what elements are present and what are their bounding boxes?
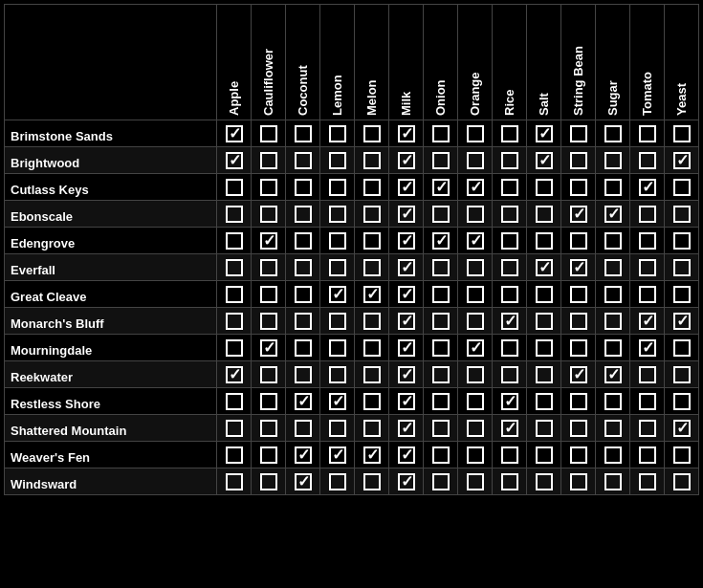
unchecked-checkbox[interactable] — [639, 393, 656, 410]
unchecked-checkbox[interactable] — [673, 393, 691, 410]
checked-checkbox[interactable] — [260, 232, 277, 250]
checked-checkbox[interactable] — [226, 366, 243, 383]
unchecked-checkbox[interactable] — [673, 366, 691, 383]
unchecked-checkbox[interactable] — [604, 259, 622, 276]
checked-checkbox[interactable] — [398, 125, 415, 142]
unchecked-checkbox[interactable] — [260, 313, 277, 330]
checked-checkbox[interactable] — [501, 420, 518, 437]
checked-checkbox[interactable] — [467, 339, 484, 357]
unchecked-checkbox[interactable] — [432, 259, 450, 276]
unchecked-checkbox[interactable] — [226, 286, 243, 303]
unchecked-checkbox[interactable] — [604, 339, 622, 357]
checked-checkbox[interactable] — [536, 152, 553, 169]
checked-checkbox[interactable] — [673, 152, 691, 169]
unchecked-checkbox[interactable] — [673, 179, 691, 196]
unchecked-checkbox[interactable] — [226, 446, 243, 464]
unchecked-checkbox[interactable] — [536, 339, 553, 357]
unchecked-checkbox[interactable] — [295, 206, 312, 223]
unchecked-checkbox[interactable] — [639, 152, 656, 169]
unchecked-checkbox[interactable] — [260, 420, 277, 437]
unchecked-checkbox[interactable] — [501, 259, 518, 276]
checked-checkbox[interactable] — [570, 259, 587, 276]
unchecked-checkbox[interactable] — [363, 313, 381, 330]
checked-checkbox[interactable] — [363, 286, 381, 303]
unchecked-checkbox[interactable] — [501, 473, 518, 490]
unchecked-checkbox[interactable] — [639, 366, 656, 383]
unchecked-checkbox[interactable] — [639, 420, 656, 437]
unchecked-checkbox[interactable] — [363, 125, 381, 142]
unchecked-checkbox[interactable] — [536, 446, 553, 464]
checked-checkbox[interactable] — [398, 420, 415, 437]
checked-checkbox[interactable] — [295, 473, 312, 490]
unchecked-checkbox[interactable] — [363, 420, 381, 437]
unchecked-checkbox[interactable] — [363, 259, 381, 276]
unchecked-checkbox[interactable] — [467, 393, 484, 410]
unchecked-checkbox[interactable] — [432, 473, 450, 490]
unchecked-checkbox[interactable] — [226, 259, 243, 276]
checked-checkbox[interactable] — [467, 179, 484, 196]
checked-checkbox[interactable] — [398, 393, 415, 410]
unchecked-checkbox[interactable] — [501, 446, 518, 464]
unchecked-checkbox[interactable] — [226, 206, 243, 223]
unchecked-checkbox[interactable] — [260, 259, 277, 276]
unchecked-checkbox[interactable] — [604, 232, 622, 250]
unchecked-checkbox[interactable] — [260, 152, 277, 169]
unchecked-checkbox[interactable] — [329, 206, 346, 223]
unchecked-checkbox[interactable] — [432, 286, 450, 303]
checked-checkbox[interactable] — [536, 125, 553, 142]
unchecked-checkbox[interactable] — [501, 206, 518, 223]
unchecked-checkbox[interactable] — [673, 473, 691, 490]
unchecked-checkbox[interactable] — [226, 339, 243, 357]
unchecked-checkbox[interactable] — [570, 179, 587, 196]
unchecked-checkbox[interactable] — [260, 393, 277, 410]
unchecked-checkbox[interactable] — [467, 259, 484, 276]
checked-checkbox[interactable] — [467, 232, 484, 250]
unchecked-checkbox[interactable] — [639, 125, 656, 142]
unchecked-checkbox[interactable] — [329, 313, 346, 330]
unchecked-checkbox[interactable] — [604, 446, 622, 464]
unchecked-checkbox[interactable] — [639, 286, 656, 303]
unchecked-checkbox[interactable] — [432, 125, 450, 142]
unchecked-checkbox[interactable] — [432, 152, 450, 169]
unchecked-checkbox[interactable] — [363, 152, 381, 169]
unchecked-checkbox[interactable] — [226, 473, 243, 490]
unchecked-checkbox[interactable] — [536, 286, 553, 303]
unchecked-checkbox[interactable] — [467, 473, 484, 490]
unchecked-checkbox[interactable] — [639, 446, 656, 464]
unchecked-checkbox[interactable] — [295, 286, 312, 303]
unchecked-checkbox[interactable] — [536, 420, 553, 437]
unchecked-checkbox[interactable] — [329, 179, 346, 196]
checked-checkbox[interactable] — [536, 259, 553, 276]
checked-checkbox[interactable] — [329, 286, 346, 303]
checked-checkbox[interactable] — [295, 393, 312, 410]
unchecked-checkbox[interactable] — [570, 125, 587, 142]
checked-checkbox[interactable] — [398, 179, 415, 196]
unchecked-checkbox[interactable] — [467, 286, 484, 303]
unchecked-checkbox[interactable] — [604, 152, 622, 169]
unchecked-checkbox[interactable] — [604, 179, 622, 196]
unchecked-checkbox[interactable] — [604, 420, 622, 437]
checked-checkbox[interactable] — [398, 232, 415, 250]
unchecked-checkbox[interactable] — [226, 420, 243, 437]
unchecked-checkbox[interactable] — [570, 339, 587, 357]
checked-checkbox[interactable] — [570, 366, 587, 383]
unchecked-checkbox[interactable] — [260, 286, 277, 303]
unchecked-checkbox[interactable] — [260, 446, 277, 464]
unchecked-checkbox[interactable] — [639, 206, 656, 223]
unchecked-checkbox[interactable] — [673, 446, 691, 464]
unchecked-checkbox[interactable] — [329, 420, 346, 437]
unchecked-checkbox[interactable] — [501, 366, 518, 383]
unchecked-checkbox[interactable] — [467, 125, 484, 142]
unchecked-checkbox[interactable] — [501, 339, 518, 357]
unchecked-checkbox[interactable] — [260, 206, 277, 223]
unchecked-checkbox[interactable] — [226, 232, 243, 250]
unchecked-checkbox[interactable] — [329, 232, 346, 250]
unchecked-checkbox[interactable] — [329, 339, 346, 357]
unchecked-checkbox[interactable] — [536, 366, 553, 383]
checked-checkbox[interactable] — [398, 366, 415, 383]
checked-checkbox[interactable] — [398, 446, 415, 464]
checked-checkbox[interactable] — [673, 313, 691, 330]
unchecked-checkbox[interactable] — [432, 393, 450, 410]
checked-checkbox[interactable] — [398, 152, 415, 169]
unchecked-checkbox[interactable] — [467, 366, 484, 383]
